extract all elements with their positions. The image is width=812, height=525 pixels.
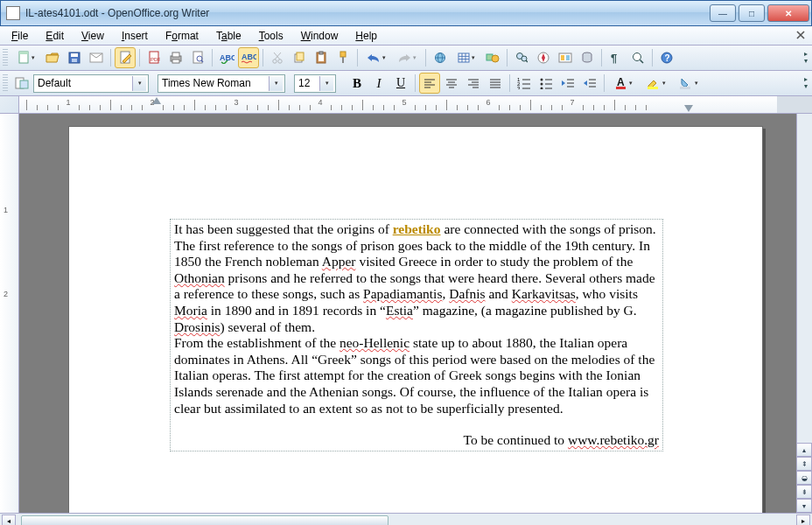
scrollbar-thumb[interactable] bbox=[21, 515, 388, 525]
align-center-button[interactable] bbox=[441, 73, 462, 94]
svg-point-80 bbox=[541, 88, 543, 90]
menu-view[interactable]: View bbox=[74, 27, 112, 45]
svg-rect-12 bbox=[172, 52, 179, 57]
svg-rect-24 bbox=[297, 52, 304, 60]
link-rebetiko[interactable]: rebetiko bbox=[393, 221, 441, 236]
menu-tools[interactable]: Tools bbox=[251, 27, 291, 45]
bullet-list-button[interactable] bbox=[536, 73, 556, 94]
table-insert-button[interactable]: ▾ bbox=[452, 47, 481, 68]
menu-table[interactable]: Table bbox=[208, 27, 249, 45]
font-name-value: Times New Roman bbox=[162, 77, 269, 89]
vertical-ruler[interactable]: 12 bbox=[0, 114, 19, 513]
body-text: To be continued to bbox=[464, 432, 568, 447]
body-text: Dafnis bbox=[449, 286, 485, 301]
scroll-down-icon[interactable]: ▾ bbox=[796, 499, 812, 513]
ruler-bar: 1234567 bbox=[0, 96, 812, 114]
menu-format[interactable]: Format bbox=[158, 27, 206, 45]
background-color-button[interactable]: ▾ bbox=[673, 73, 704, 94]
svg-point-78 bbox=[541, 79, 543, 81]
svg-rect-26 bbox=[318, 54, 324, 61]
workspace: 12 It has been suggested that the origin… bbox=[0, 114, 812, 513]
italic-button[interactable]: I bbox=[368, 73, 389, 94]
svg-text:3: 3 bbox=[517, 86, 521, 89]
menu-edit[interactable]: Edit bbox=[38, 27, 72, 45]
svg-line-42 bbox=[526, 60, 528, 62]
export-pdf-button[interactable]: PDF bbox=[144, 47, 164, 68]
print-button[interactable] bbox=[165, 47, 186, 68]
font-name-combo[interactable]: Times New Roman▾ bbox=[158, 74, 285, 93]
ruler-corner bbox=[0, 96, 19, 113]
undo-button[interactable]: ▾ bbox=[361, 47, 391, 68]
paragraph-style-combo[interactable]: Default▾ bbox=[33, 74, 149, 93]
format-paintbrush-button[interactable] bbox=[332, 47, 354, 68]
toolbar-grip[interactable] bbox=[3, 74, 8, 92]
toolbar-overflow-button[interactable]: ▸▾ bbox=[801, 71, 811, 95]
spellcheck-button[interactable]: ABC bbox=[216, 47, 237, 68]
auto-spellcheck-button[interactable]: ABC bbox=[238, 47, 259, 68]
svg-text:ABC: ABC bbox=[242, 52, 256, 61]
zoom-button[interactable] bbox=[627, 47, 648, 68]
menu-file[interactable]: File bbox=[4, 27, 36, 45]
font-color-button[interactable]: A▾ bbox=[608, 73, 640, 94]
gallery-button[interactable] bbox=[555, 47, 576, 68]
menu-window[interactable]: Window bbox=[293, 27, 346, 45]
document-close-icon[interactable] bbox=[794, 29, 808, 41]
navigator-button[interactable] bbox=[533, 47, 554, 68]
close-button[interactable]: ✕ bbox=[767, 4, 809, 22]
scroll-right-icon[interactable]: ▸ bbox=[796, 514, 810, 525]
svg-line-22 bbox=[274, 52, 280, 60]
page: It has been suggested that the origins o… bbox=[68, 126, 763, 513]
copy-button[interactable] bbox=[289, 47, 310, 68]
justify-button[interactable] bbox=[485, 73, 506, 94]
horizontal-scrollbar[interactable]: ◂ ▸ bbox=[0, 513, 812, 525]
redo-button[interactable]: ▾ bbox=[392, 47, 422, 68]
dropdown-icon[interactable]: ▾ bbox=[132, 76, 146, 91]
align-left-button[interactable] bbox=[419, 73, 440, 94]
nonprinting-chars-button[interactable]: ¶ bbox=[606, 47, 626, 68]
scroll-left-icon[interactable]: ◂ bbox=[2, 514, 16, 525]
email-button[interactable] bbox=[86, 47, 107, 68]
next-page-icon[interactable]: ⇟ bbox=[796, 485, 812, 499]
edit-file-button[interactable] bbox=[115, 47, 136, 68]
styles-formatting-button[interactable] bbox=[11, 73, 32, 94]
cut-button[interactable] bbox=[267, 47, 288, 68]
menu-insert[interactable]: Insert bbox=[114, 27, 156, 45]
formatting-toolbar: Default▾ Times New Roman▾ 12▾ B I U 123 … bbox=[0, 71, 812, 96]
menu-help[interactable]: Help bbox=[347, 27, 385, 45]
dropdown-icon[interactable]: ▾ bbox=[319, 76, 333, 91]
open-button[interactable] bbox=[42, 47, 63, 68]
show-draw-functions-button[interactable] bbox=[482, 47, 503, 68]
find-replace-button[interactable] bbox=[511, 47, 532, 68]
body-text: and bbox=[486, 286, 512, 301]
body-text: ” magazine, (a magazine published by G. bbox=[413, 303, 637, 318]
highlight-button[interactable]: ▾ bbox=[640, 73, 672, 94]
prev-page-icon[interactable]: ⇞ bbox=[796, 457, 812, 471]
align-right-button[interactable] bbox=[463, 73, 484, 94]
underline-button[interactable]: U bbox=[390, 73, 411, 94]
print-preview-button[interactable] bbox=[187, 47, 208, 68]
document-canvas[interactable]: It has been suggested that the origins o… bbox=[19, 114, 812, 513]
minimize-button[interactable]: — bbox=[710, 4, 736, 22]
new-button[interactable]: ▾ bbox=[11, 47, 41, 68]
bold-button[interactable]: B bbox=[346, 73, 368, 94]
maximize-button[interactable]: □ bbox=[738, 4, 765, 22]
help-button[interactable]: ? bbox=[656, 47, 677, 68]
svg-rect-28 bbox=[340, 52, 346, 57]
svg-point-19 bbox=[273, 60, 276, 63]
text-frame[interactable]: It has been suggested that the origins o… bbox=[170, 219, 663, 452]
numbered-list-button[interactable]: 123 bbox=[514, 73, 535, 94]
paste-button[interactable] bbox=[311, 47, 332, 68]
horizontal-ruler[interactable]: 1234567 bbox=[19, 96, 812, 113]
hyperlink-button[interactable] bbox=[430, 47, 451, 68]
increase-indent-button[interactable] bbox=[579, 73, 600, 94]
decrease-indent-button[interactable] bbox=[557, 73, 578, 94]
body-text: Drosinis bbox=[174, 319, 220, 334]
toolbar-grip[interactable] bbox=[3, 49, 8, 66]
toolbar-overflow-button[interactable]: ▸▾ bbox=[801, 46, 811, 70]
navigation-icon[interactable]: ◒ bbox=[796, 471, 812, 485]
dropdown-icon[interactable]: ▾ bbox=[269, 76, 283, 91]
scroll-up-icon[interactable]: ▴ bbox=[796, 443, 812, 457]
save-button[interactable] bbox=[64, 47, 85, 68]
font-size-combo[interactable]: 12▾ bbox=[294, 74, 336, 93]
data-sources-button[interactable] bbox=[577, 47, 598, 68]
